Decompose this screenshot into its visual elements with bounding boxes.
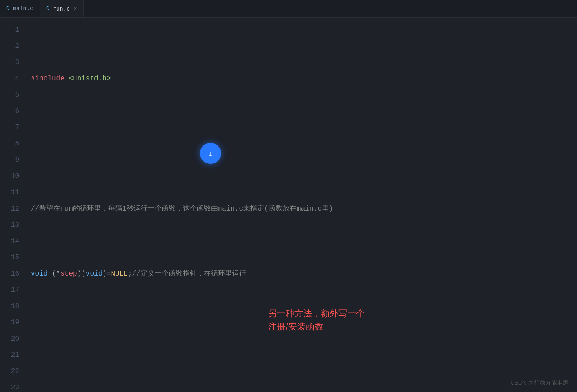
line-num-19: 19 bbox=[4, 315, 19, 331]
code-line-1: #include <unistd.h> bbox=[31, 71, 577, 87]
tab-run-c[interactable]: C run.c ✕ bbox=[40, 0, 84, 17]
annotation-box: 另一种方法，额外写一个注册/安装函数 bbox=[268, 307, 365, 333]
cursor-indicator: I bbox=[200, 143, 221, 164]
editor-area: 1 2 3 4 5 6 7 8 9 10 11 12 13 14 15 16 1… bbox=[0, 18, 577, 392]
line-num-14: 14 bbox=[4, 233, 19, 250]
include-kw: #include bbox=[31, 75, 65, 83]
null-val-4: NULL bbox=[111, 270, 127, 278]
line-num-6: 6 bbox=[4, 103, 19, 120]
code-line-5 bbox=[31, 331, 577, 347]
line-num-10: 10 bbox=[4, 168, 19, 185]
tab-icon-main: C bbox=[6, 6, 9, 12]
void-kw-4: void bbox=[31, 270, 47, 278]
code-line-3: //希望在run的循环里，每隔1秒运行一个函数，这个函数由main.c来指定(函… bbox=[31, 201, 577, 217]
tab-main-c[interactable]: C main.c bbox=[0, 0, 40, 17]
code-area: 1 2 3 4 5 6 7 8 9 10 11 12 13 14 15 16 1… bbox=[0, 18, 577, 392]
line-num-20: 20 bbox=[4, 331, 19, 347]
annotation-text: 另一种方法，额外写一个注册/安装函数 bbox=[268, 309, 365, 331]
tab-icon-run: C bbox=[46, 6, 49, 12]
tab-close-button[interactable]: ✕ bbox=[73, 6, 77, 12]
line-num-13: 13 bbox=[4, 217, 19, 233]
line-numbers: 1 2 3 4 5 6 7 8 9 10 11 12 13 14 15 16 1… bbox=[0, 18, 26, 392]
include-path: <unistd.h> bbox=[69, 75, 111, 83]
code-line-4: void (*step)(void)=NULL;//定义一个函数指针，在循环里运… bbox=[31, 266, 577, 282]
line-num-11: 11 bbox=[4, 185, 19, 201]
cursor-label: I bbox=[209, 150, 212, 157]
watermark-text: CSDN @行稳方能走远 bbox=[510, 379, 568, 386]
line-num-22: 22 bbox=[4, 363, 19, 380]
line-num-23: 23 bbox=[4, 380, 19, 392]
line-num-1: 1 bbox=[4, 22, 19, 38]
comment-4: //定义一个函数指针，在循环里运行 bbox=[132, 270, 246, 278]
line-num-17: 17 bbox=[4, 282, 19, 298]
code-content[interactable]: #include <unistd.h> //希望在run的循环里，每隔1秒运行一… bbox=[26, 18, 577, 392]
tab-label-main: main.c bbox=[13, 5, 33, 12]
line-num-18: 18 bbox=[4, 298, 19, 315]
line-num-12: 12 bbox=[4, 201, 19, 217]
code-line-2 bbox=[31, 136, 577, 152]
line-num-15: 15 bbox=[4, 250, 19, 266]
tab-label-run: run.c bbox=[53, 6, 70, 12]
line-num-8: 8 bbox=[4, 136, 19, 152]
line-num-4: 4 bbox=[4, 71, 19, 87]
line-num-5: 5 bbox=[4, 87, 19, 103]
line-num-7: 7 bbox=[4, 120, 19, 136]
line-num-21: 21 bbox=[4, 347, 19, 363]
watermark: CSDN @行稳方能走远 bbox=[510, 379, 568, 387]
tab-bar: C main.c C run.c ✕ bbox=[0, 0, 577, 18]
line-num-2: 2 bbox=[4, 38, 19, 54]
line-num-3: 3 bbox=[4, 54, 19, 71]
comment-line3: //希望在run的循环里，每隔1秒运行一个函数，这个函数由main.c来指定(函… bbox=[31, 205, 333, 213]
line-num-9: 9 bbox=[4, 152, 19, 168]
line-num-16: 16 bbox=[4, 266, 19, 282]
step-var-4: step bbox=[60, 270, 77, 278]
void-kw-4b: void bbox=[86, 270, 102, 278]
